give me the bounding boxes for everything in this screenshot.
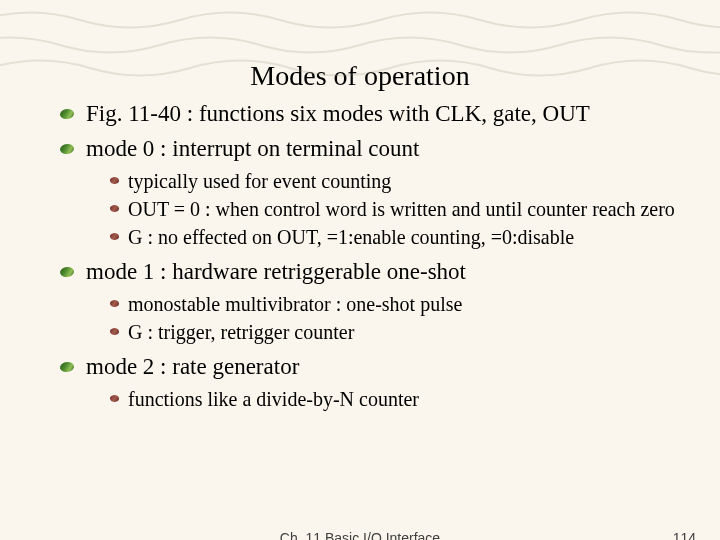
slide-title: Modes of operation	[0, 0, 720, 96]
footer-chapter: Ch. 11 Basic I/O Interface	[0, 530, 720, 540]
mode0-sub-c: G : no effected on OUT, =1:enable counti…	[118, 224, 690, 250]
bullet-mode0: mode 0 : interrupt on terminal count typ…	[72, 133, 690, 250]
bullet-fig: Fig. 11-40 : functions six modes with CL…	[72, 98, 690, 129]
bullet-mode0-text: mode 0 : interrupt on terminal count	[86, 136, 419, 161]
mode1-sub-a: monostable multivibrator : one-shot puls…	[118, 291, 690, 317]
slide-body: Fig. 11-40 : functions six modes with CL…	[0, 98, 720, 412]
bullet-mode1: mode 1 : hardware retriggerable one-shot…	[72, 256, 690, 345]
mode0-sub-b: OUT = 0 : when control word is written a…	[118, 196, 690, 222]
bullet-mode2-text: mode 2 : rate generator	[86, 354, 299, 379]
footer-page-number: 114	[673, 530, 696, 540]
mode0-sub-a: typically used for event counting	[118, 168, 690, 194]
mode2-sub-a: functions like a divide-by-N counter	[118, 386, 690, 412]
bullet-mode1-text: mode 1 : hardware retriggerable one-shot	[86, 259, 466, 284]
mode1-sub-b: G : trigger, retrigger counter	[118, 319, 690, 345]
bullet-mode2: mode 2 : rate generator functions like a…	[72, 351, 690, 412]
